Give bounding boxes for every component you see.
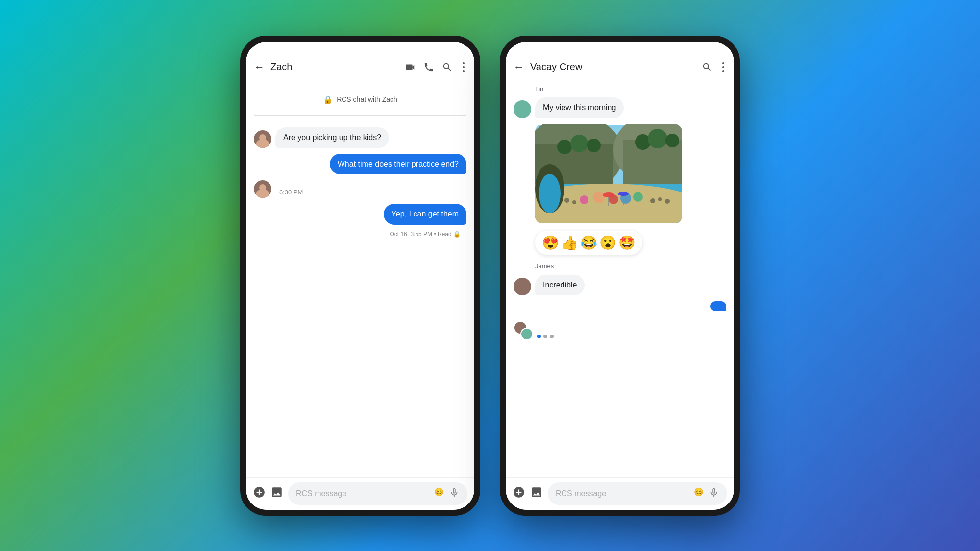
- avatar-zach: [254, 130, 271, 148]
- svg-point-26: [665, 199, 670, 204]
- header-icons-1: [405, 60, 466, 74]
- emoji-thumbsup[interactable]: 👍: [561, 235, 578, 251]
- chat-title-1: Zach: [270, 61, 399, 72]
- lock-icon-1: 🔒: [323, 95, 333, 104]
- input-field-1[interactable]: RCS message 😊: [288, 482, 467, 505]
- dot-1: [537, 335, 541, 338]
- emoji-icon-2[interactable]: 😊: [694, 487, 704, 500]
- typing-row: [514, 321, 726, 340]
- chat-header-1: ← Zach: [246, 55, 474, 79]
- input-right-icons-1: 😊: [434, 487, 460, 500]
- svg-point-15: [593, 192, 605, 203]
- typing-avatar: [514, 321, 533, 340]
- chat-header-2: ← Vacay Crew: [506, 55, 734, 79]
- gallery-icon-2[interactable]: [530, 486, 543, 502]
- timestamp-text-1: Oct 16, 3:55 PM • Read 🔒: [390, 231, 461, 238]
- phone-1-screen: ← Zach: [246, 42, 474, 510]
- phone-2: ← Vacay Crew Lin My view this morning: [500, 36, 740, 516]
- avatar-james: [514, 278, 531, 295]
- bubble-lin-1: My view this morning: [535, 97, 624, 118]
- mic-icon-2[interactable]: [709, 487, 719, 500]
- message-row-1: Are you picking up the kids?: [254, 127, 466, 148]
- input-field-2[interactable]: RCS message 😊: [548, 482, 727, 505]
- input-right-icons-2: 😊: [694, 487, 719, 500]
- menu-button-2[interactable]: [720, 60, 726, 74]
- video-icon-1[interactable]: [405, 62, 416, 72]
- divider-1: [254, 115, 466, 116]
- svg-point-18: [633, 192, 643, 202]
- bubble-outgoing-2: Yep, I can get them: [384, 204, 466, 224]
- svg-point-28: [564, 198, 569, 203]
- time-label-1: 6:30 PM: [275, 187, 307, 198]
- chat-area-1: 🔒 RCS chat with Zach Are you picking up …: [246, 79, 474, 477]
- beach-image-container[interactable]: [535, 124, 682, 224]
- avatar-zach-2: [254, 180, 271, 198]
- menu-button-1[interactable]: [461, 60, 466, 74]
- header-icons-2: [702, 60, 726, 74]
- back-button-2[interactable]: ←: [514, 61, 524, 73]
- timestamp-row-1: Oct 16, 3:55 PM • Read 🔒: [254, 231, 466, 238]
- svg-point-30: [539, 174, 561, 213]
- svg-point-27: [572, 200, 576, 204]
- add-icon-2[interactable]: [513, 486, 525, 502]
- bubble-outgoing-1: What time does their practice end?: [330, 154, 466, 174]
- sender-name-james: James: [535, 263, 726, 270]
- back-button-1[interactable]: ←: [254, 61, 265, 73]
- bubble-james: Incredible: [535, 275, 585, 295]
- avatar-lin: [514, 100, 531, 118]
- input-placeholder-2: RCS message: [556, 489, 606, 498]
- svg-point-6: [570, 135, 588, 152]
- svg-point-19: [580, 195, 588, 204]
- phone-1: ← Zach: [240, 36, 480, 516]
- input-bar-1: RCS message 😊: [246, 477, 474, 510]
- message-row-lin-1: My view this morning: [514, 97, 726, 118]
- emoji-laughing[interactable]: 😂: [580, 235, 597, 251]
- dot-2: [543, 335, 547, 338]
- svg-point-24: [650, 198, 655, 203]
- phone-icon-1[interactable]: [423, 62, 434, 72]
- emoji-icon-1[interactable]: 😊: [434, 487, 444, 500]
- emoji-surprised[interactable]: 😮: [599, 235, 616, 251]
- search-icon-1[interactable]: [442, 62, 453, 72]
- svg-point-21: [603, 192, 614, 197]
- status-bar-1: [246, 42, 474, 55]
- message-row-incredible: [514, 301, 726, 311]
- emoji-heart-eyes[interactable]: 😍: [542, 235, 559, 251]
- beach-image: [535, 124, 682, 224]
- svg-point-9: [648, 129, 667, 148]
- mic-icon-1[interactable]: [449, 487, 460, 500]
- message-row-4: Yep, I can get them: [254, 204, 466, 224]
- svg-point-25: [658, 197, 662, 201]
- input-placeholder-1: RCS message: [296, 489, 346, 498]
- phone-2-screen: ← Vacay Crew Lin My view this morning: [506, 42, 734, 510]
- chat-area-2: Lin My view this morning: [506, 79, 734, 477]
- gallery-icon-1[interactable]: [270, 486, 283, 502]
- sender-name-lin: Lin: [535, 85, 726, 93]
- reaction-bar: 😍 👍 😂 😮 🤩: [535, 231, 642, 255]
- chat-title-2: Vacay Crew: [530, 61, 696, 72]
- rcs-info-text-1: RCS chat with Zach: [337, 96, 397, 103]
- search-icon-2[interactable]: [702, 62, 712, 72]
- message-row-3: 6:30 PM: [254, 180, 466, 198]
- dot-3: [550, 335, 554, 338]
- svg-point-5: [557, 140, 572, 154]
- bubble-incoming-1: Are you picking up the kids?: [275, 127, 389, 148]
- emoji-partial: 🤩: [618, 235, 636, 251]
- bubble-incredible: [710, 301, 726, 311]
- typing-dots: [537, 333, 554, 340]
- svg-point-10: [665, 134, 679, 147]
- message-row-2: What time does their practice end?: [254, 154, 466, 174]
- add-icon-1[interactable]: [253, 486, 266, 502]
- svg-point-7: [587, 139, 601, 152]
- message-row-james: Incredible: [514, 275, 726, 295]
- rcs-info-1: 🔒 RCS chat with Zach: [254, 85, 466, 109]
- input-bar-2: RCS message 😊: [506, 477, 734, 510]
- status-bar-2: [506, 42, 734, 55]
- svg-point-23: [618, 192, 629, 196]
